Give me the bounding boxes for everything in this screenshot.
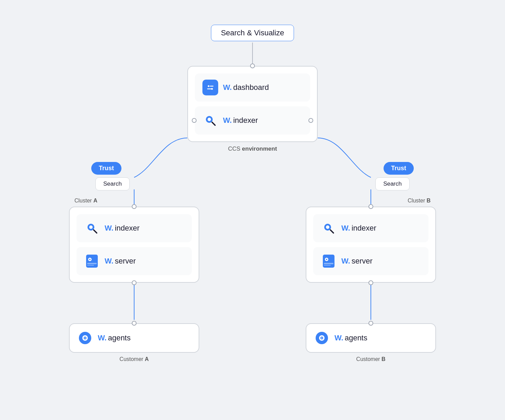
customer-b-label: Customer B — [356, 356, 385, 362]
cluster-a-indexer-name: W. indexer — [105, 224, 140, 233]
cluster-a-label: Cluster A — [74, 198, 97, 204]
customer-b-agents-name: W. agents — [334, 334, 367, 342]
svg-line-23 — [330, 230, 333, 233]
search-badge-left: Search — [95, 177, 130, 190]
svg-rect-16 — [86, 255, 98, 268]
cluster-a-indexer-row: W. indexer — [77, 214, 192, 242]
diagram: Search & Visualize W. dashboard — [47, 21, 458, 399]
svg-rect-28 — [324, 265, 331, 266]
customer-a-agents-icon — [77, 330, 93, 346]
dashboard-icon — [202, 80, 218, 95]
ccs-label: CCS environment — [228, 145, 277, 152]
cluster-b-indexer-row: W. indexer — [313, 214, 428, 242]
svg-point-36 — [321, 338, 322, 339]
cluster-a-server-icon — [84, 253, 100, 269]
svg-rect-19 — [87, 263, 97, 264]
ccs-indexer-name: W. indexer — [223, 116, 258, 125]
customer-a-box: W. agents Customer A — [69, 323, 199, 353]
cluster-b-box: Cluster B W. indexer — [306, 207, 436, 283]
svg-point-26 — [326, 259, 327, 260]
ccs-indexer-row: W. indexer — [195, 106, 310, 135]
svg-point-6 — [208, 85, 210, 87]
top-label: Search & Visualize — [211, 25, 294, 41]
cluster-a-box: Cluster A W. indexer — [69, 207, 199, 283]
cluster-b-server-row: W. server — [313, 247, 428, 275]
ccs-box: W. dashboard W. indexer CC — [187, 66, 318, 142]
svg-point-22 — [326, 225, 329, 229]
svg-rect-27 — [324, 263, 333, 264]
svg-rect-24 — [323, 255, 334, 268]
ccs-dashboard-name: W. dashboard — [223, 83, 269, 92]
ccs-dashboard-row: W. dashboard — [195, 73, 310, 102]
svg-line-15 — [94, 230, 97, 233]
svg-point-14 — [89, 225, 93, 229]
svg-rect-20 — [87, 265, 94, 266]
customer-b-box: W. agents Customer B — [306, 323, 436, 353]
cluster-b-indexer-icon — [321, 220, 337, 236]
customer-b-agents-icon — [314, 330, 330, 346]
svg-rect-5 — [205, 82, 215, 93]
svg-point-18 — [89, 259, 91, 260]
ccs-indexer-icon — [202, 113, 218, 128]
cluster-b-indexer-name: W. indexer — [341, 224, 376, 233]
trust-badge-left: Trust — [91, 162, 121, 175]
cluster-a-indexer-icon — [84, 220, 100, 236]
svg-line-12 — [212, 122, 215, 125]
top-label-text: Search & Visualize — [221, 28, 284, 37]
customer-a-label: Customer A — [119, 356, 149, 362]
customer-a-agents-name: W. agents — [98, 334, 131, 342]
svg-point-11 — [208, 118, 211, 121]
cluster-b-server-icon — [321, 253, 337, 269]
search-badge-right: Search — [375, 177, 410, 190]
cluster-b-server-name: W. server — [341, 257, 373, 266]
svg-point-32 — [85, 338, 86, 339]
cluster-a-server-row: W. server — [77, 247, 192, 275]
cluster-a-server-name: W. server — [105, 257, 136, 266]
trust-badge-right: Trust — [384, 162, 414, 175]
cluster-b-label: Cluster B — [408, 198, 431, 204]
